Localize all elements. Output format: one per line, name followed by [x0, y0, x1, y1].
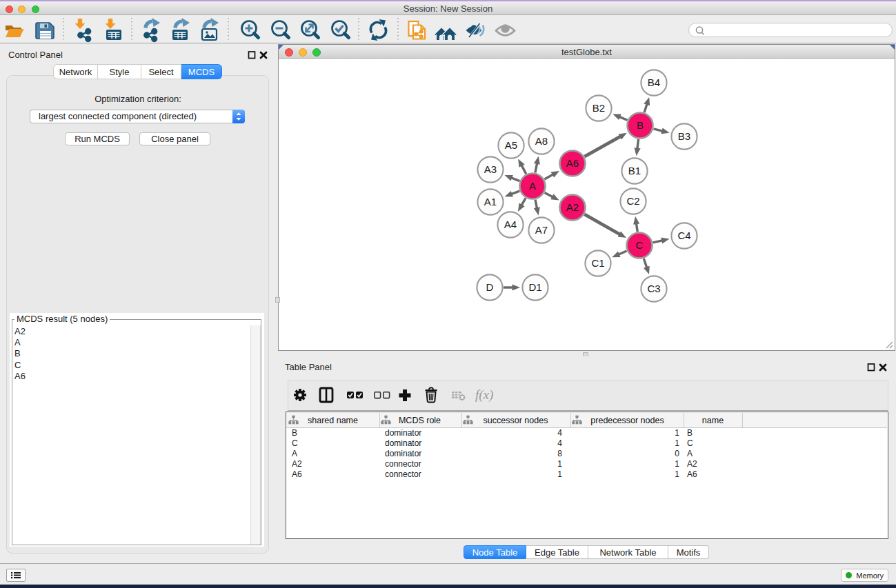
svg-text:A: A: [529, 180, 536, 192]
svg-text:B: B: [637, 119, 644, 131]
svg-text:C4: C4: [677, 230, 690, 241]
svg-text:B1: B1: [628, 165, 641, 176]
svg-text:C1: C1: [591, 257, 604, 269]
svg-text:C3: C3: [647, 283, 660, 294]
svg-text:A1: A1: [484, 196, 497, 207]
svg-text:f(x): f(x): [475, 387, 493, 403]
svg-text:A6: A6: [566, 157, 579, 169]
svg-text:C: C: [636, 239, 644, 251]
svg-text:A5: A5: [505, 139, 517, 151]
svg-text:predecessor nodes: predecessor nodes: [590, 416, 664, 425]
svg-text:B4: B4: [648, 77, 660, 88]
svg-text:A3: A3: [484, 163, 497, 175]
svg-text:B2: B2: [593, 102, 605, 114]
svg-text:name: name: [702, 416, 724, 425]
svg-text:MCDS role: MCDS role: [399, 416, 441, 425]
svg-text:B3: B3: [678, 130, 690, 142]
svg-text:A7: A7: [535, 224, 548, 236]
svg-text:shared name: shared name: [308, 416, 358, 425]
svg-text:A8: A8: [535, 135, 548, 147]
svg-text:D: D: [486, 281, 494, 293]
svg-text:A4: A4: [504, 219, 517, 230]
svg-text:C2: C2: [626, 195, 639, 207]
svg-text:A2: A2: [566, 201, 579, 213]
svg-text:D1: D1: [528, 281, 541, 293]
svg-text:successor nodes: successor nodes: [484, 416, 548, 425]
